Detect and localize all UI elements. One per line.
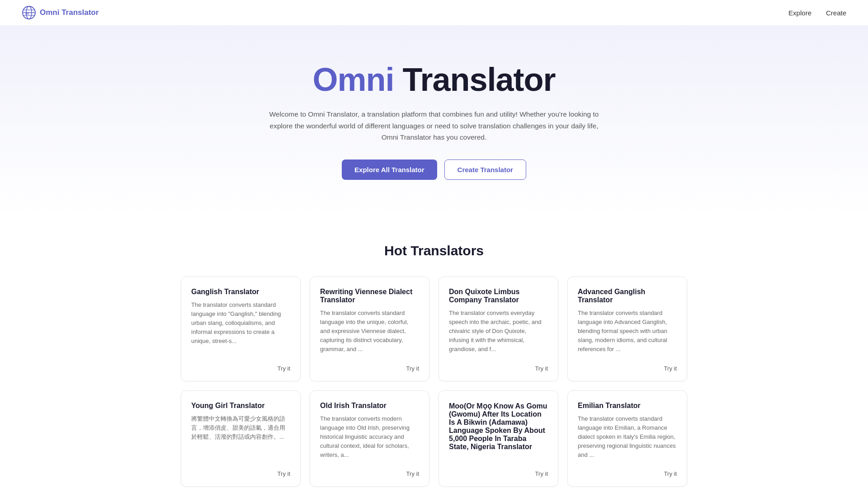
card-title-5: Old Irish Translator xyxy=(320,402,419,410)
hero-buttons: Explore All Translator Create Translator xyxy=(9,160,859,180)
hero-description: Welcome to Omni Translator, a translatio… xyxy=(262,108,606,143)
svg-text:AI: AI xyxy=(25,11,29,15)
card-moo: Moo(Or Mọọ Know As Gomu (Gwomu) After It… xyxy=(439,390,558,487)
card-title-2: Don Quixote Limbus Company Translator xyxy=(449,288,548,304)
nav-create[interactable]: Create xyxy=(826,9,846,17)
card-emilian: Emilian Translator The translator conver… xyxy=(567,390,687,487)
card-donquixote: Don Quixote Limbus Company Translator Th… xyxy=(439,277,558,381)
try-it-3[interactable]: Try it xyxy=(664,363,677,374)
try-it-0[interactable]: Try it xyxy=(278,363,290,374)
hero-title-omni: Omni xyxy=(312,61,394,98)
card-title-1: Rewriting Viennese Dialect Translator xyxy=(320,288,419,304)
try-it-5[interactable]: Try it xyxy=(406,469,419,479)
logo-text: Omni Translator xyxy=(40,8,99,17)
create-translator-button[interactable]: Create Translator xyxy=(444,160,526,180)
section-title: Hot Translators xyxy=(181,243,687,258)
card-title-3: Advanced Ganglish Translator xyxy=(578,288,677,304)
card-desc-7: The translator converts standard languag… xyxy=(578,414,677,460)
logo-icon: AI xyxy=(22,5,36,20)
card-title-7: Emilian Translator xyxy=(578,402,677,410)
card-desc-1: The translator converts standard languag… xyxy=(320,309,419,354)
hero-title: Omni Translator xyxy=(9,62,859,98)
nav-explore[interactable]: Explore xyxy=(788,9,811,17)
card-desc-3: The translator converts standard languag… xyxy=(578,309,677,354)
card-title-6: Moo(Or Mọọ Know As Gomu (Gwomu) After It… xyxy=(449,402,548,451)
try-it-4[interactable]: Try it xyxy=(278,469,290,479)
card-title-0: Ganglish Translator xyxy=(191,288,290,296)
try-it-1[interactable]: Try it xyxy=(406,363,419,374)
card-title-4: Young Girl Translator xyxy=(191,402,290,410)
card-desc-4: 將繁體中文轉換為可愛少女風格的語言，增添俏皮、甜美的語氣，適合用於輕鬆、活潑的對… xyxy=(191,414,290,441)
card-advanced-ganglish: Advanced Ganglish Translator The transla… xyxy=(567,277,687,381)
logo[interactable]: AI Omni Translator xyxy=(22,5,99,20)
cards-grid-row2: Young Girl Translator 將繁體中文轉換為可愛少女風格的語言，… xyxy=(181,390,687,487)
card-young-girl: Young Girl Translator 將繁體中文轉換為可愛少女風格的語言，… xyxy=(181,390,301,487)
try-it-6[interactable]: Try it xyxy=(535,469,548,479)
card-ganglish: Ganglish Translator The translator conve… xyxy=(181,277,301,381)
cards-grid-row1: Ganglish Translator The translator conve… xyxy=(181,277,687,381)
card-old-irish: Old Irish Translator The translator conv… xyxy=(310,390,429,487)
hero-section: Omni Translator Welcome to Omni Translat… xyxy=(0,26,868,216)
explore-all-button[interactable]: Explore All Translator xyxy=(342,160,437,180)
nav-links: Explore Create xyxy=(788,9,846,17)
card-desc-5: The translator converts modern language … xyxy=(320,414,419,460)
card-desc-0: The translator converts standard languag… xyxy=(191,300,290,346)
hero-title-translator: Translator xyxy=(402,61,555,98)
try-it-7[interactable]: Try it xyxy=(664,469,677,479)
try-it-2[interactable]: Try it xyxy=(535,363,548,374)
card-desc-2: The translator converts everyday speech … xyxy=(449,309,548,354)
card-viennese: Rewriting Viennese Dialect Translator Th… xyxy=(310,277,429,381)
main-section: Hot Translators Ganglish Translator The … xyxy=(163,216,705,488)
